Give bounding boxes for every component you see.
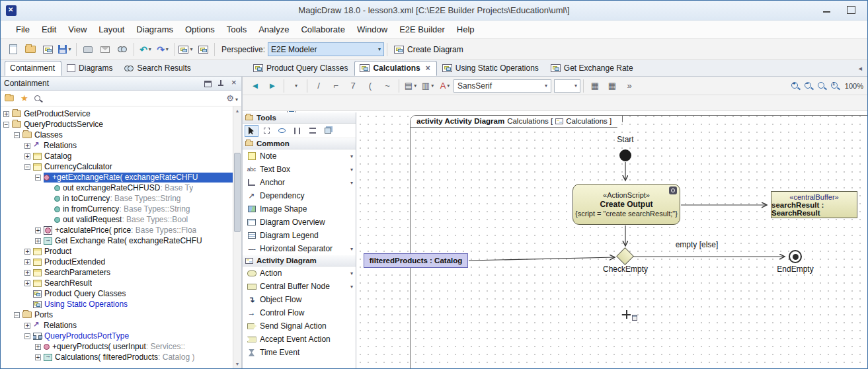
expand-icon[interactable] (35, 238, 41, 244)
palette-item-diagram-legend[interactable]: Diagram Legend (243, 229, 356, 242)
draw-line-button[interactable]: / (310, 77, 327, 95)
show-grid-button[interactable]: ▦ (604, 77, 621, 95)
structure-browser-button[interactable] (247, 95, 264, 112)
marquee-select-tool[interactable] (260, 125, 274, 137)
font-combobox[interactable]: SansSerif▾ (454, 79, 551, 93)
tree-item[interactable]: Product Query Classes (1, 288, 233, 299)
favorites-icon[interactable]: ★ (20, 93, 28, 103)
menu-edit[interactable]: Edit (36, 22, 62, 37)
doc-tab-get-exchange-rate[interactable]: Get Exchange Rate (545, 61, 640, 76)
order-tool[interactable] (321, 125, 335, 137)
palette-item-anchor[interactable]: Anchor▾ (243, 176, 356, 189)
menu-analyze[interactable]: Analyze (253, 22, 295, 37)
action-node-create-output[interactable]: «ActionScript» Create Output {script = "… (572, 184, 680, 225)
flow-guard-label[interactable]: empty [else] (664, 240, 730, 249)
minimize-button[interactable] (820, 3, 834, 17)
palette-item-horizontal-separator[interactable]: Horizontal Separator▾ (243, 242, 356, 255)
palette-item-text-box[interactable]: Text Box▾ (243, 163, 356, 176)
tree-item[interactable]: Catalog (1, 151, 233, 161)
tree-item[interactable]: +calculatePrice( price : Base Types::Flo… (1, 225, 233, 235)
tab-diagrams[interactable]: Diagrams (61, 61, 119, 76)
font-size-combobox[interactable]: ▾ (554, 79, 580, 93)
expand-icon[interactable] (24, 259, 30, 265)
initial-node[interactable] (619, 149, 631, 161)
menu-view[interactable]: View (62, 22, 93, 37)
expand-icon[interactable] (35, 354, 41, 360)
menu-tools[interactable]: Tools (221, 22, 253, 37)
collapse-all-icon[interactable] (5, 95, 14, 101)
draw-curve-button[interactable]: ( (362, 77, 379, 95)
tree-item[interactable]: CurrencyCalculator (1, 161, 233, 172)
save-button[interactable] (56, 41, 73, 58)
tree-item[interactable]: Classes (1, 130, 233, 140)
perspective-combobox[interactable]: E2E Modeler ▾ (268, 42, 384, 56)
copy-format-button[interactable]: ▥ (419, 77, 436, 95)
palette-item-object-flow[interactable]: Object Flow (243, 293, 356, 306)
tree-item[interactable]: Product (1, 246, 233, 257)
expand-icon[interactable] (24, 280, 30, 286)
draw-spline-button[interactable]: ~ (379, 77, 396, 95)
scrollbar-thumb[interactable] (234, 153, 241, 232)
palette-item-central-buffer-node[interactable]: Central Buffer Node▾ (243, 280, 356, 293)
tree-item[interactable]: Relations (1, 320, 233, 331)
doc-tab-product-query-classes[interactable]: Product Query Classes (248, 61, 354, 76)
grid-button[interactable]: ▦ (586, 77, 604, 95)
diagram-overview-button[interactable] (194, 41, 212, 58)
open-diagram-button[interactable] (39, 41, 56, 58)
menu-e2e-builder[interactable]: E2E Builder (393, 22, 451, 37)
tree-item[interactable]: Get Exchange Rate( exchangeRateCHFU (1, 235, 233, 246)
maximize-button[interactable] (844, 3, 858, 17)
tree-item[interactable]: in toCurrency : Base Types::String (1, 193, 233, 204)
tree-scrollbar[interactable]: ▲ ▼ (233, 106, 241, 368)
initial-node-label[interactable]: Start (606, 135, 645, 144)
tree-item[interactable]: Ports (1, 309, 233, 320)
collapse-icon[interactable] (24, 164, 30, 170)
font-color-button[interactable]: A (436, 77, 454, 95)
tree-item[interactable]: SearchParameters (1, 267, 233, 278)
pin-panel-icon[interactable] (217, 79, 225, 87)
palette-section-tools[interactable]: Tools (243, 112, 356, 124)
menu-help[interactable]: Help (451, 22, 481, 37)
close-tab-icon[interactable] (426, 63, 430, 73)
menu-layout[interactable]: Layout (93, 22, 130, 37)
open-project-button[interactable] (22, 41, 39, 58)
tree-item[interactable]: QueryProductsService (1, 119, 233, 130)
palette-section-common[interactable]: Common (243, 138, 356, 149)
tab-containment[interactable]: Containment (5, 61, 61, 76)
palette-item-control-flow[interactable]: Control Flow (243, 306, 356, 319)
tree-item[interactable]: QueryProductsPortType (1, 331, 233, 341)
final-node-endempty[interactable] (789, 250, 802, 263)
chevron-down-icon[interactable]: ▾ (350, 246, 353, 252)
align-horizontal-tool[interactable] (305, 125, 319, 137)
oval-select-tool[interactable] (275, 125, 289, 137)
send-button[interactable] (97, 41, 114, 58)
palette-item-time-event[interactable]: Time Event (243, 346, 356, 359)
back-button[interactable]: ◄ (247, 77, 264, 95)
new-project-button[interactable] (5, 41, 22, 58)
scroll-up-icon[interactable]: ▲ (233, 106, 241, 115)
float-panel-icon[interactable] (204, 79, 212, 87)
toolbar-overflow-button[interactable]: » (621, 77, 638, 95)
palette-item-send-signal-action[interactable]: Send Signal Action (243, 319, 356, 333)
redo-button[interactable]: ↷ (154, 41, 171, 58)
tree-item[interactable]: out exchangeRateCHFUSD : Base Ty (1, 183, 233, 193)
central-buffer-node-searchresult[interactable]: «centralBuffer» searchResult : SearchRes… (771, 191, 857, 218)
chevron-down-icon[interactable]: ▾ (350, 284, 353, 290)
pointer-tool[interactable] (245, 125, 258, 137)
select-in-tree-button[interactable] (287, 77, 304, 95)
tree-item[interactable]: Using Static Operations (1, 299, 233, 309)
expand-icon[interactable] (24, 153, 30, 159)
panel-options-gear-icon[interactable]: ⚙ (226, 93, 238, 103)
draw-rectilinear-button[interactable]: ⌐ (327, 77, 344, 95)
tree-item[interactable]: out validRequest : Base Types::Bool (1, 214, 233, 225)
diagram-canvas[interactable]: activity Activity Diagram Calculations [… (356, 112, 867, 368)
collapse-icon[interactable] (3, 122, 9, 128)
expand-icon[interactable] (24, 249, 30, 255)
search-icon[interactable] (34, 95, 40, 101)
fit-in-window-button[interactable] (816, 80, 828, 92)
palette-item-image-shape[interactable]: Image Shape (243, 202, 356, 216)
zoom-out-button[interactable]: − (803, 80, 814, 92)
tree-item[interactable]: Relations (1, 140, 233, 151)
align-vertical-tool[interactable] (290, 125, 304, 137)
palette-item-note[interactable]: Note▾ (243, 149, 356, 163)
